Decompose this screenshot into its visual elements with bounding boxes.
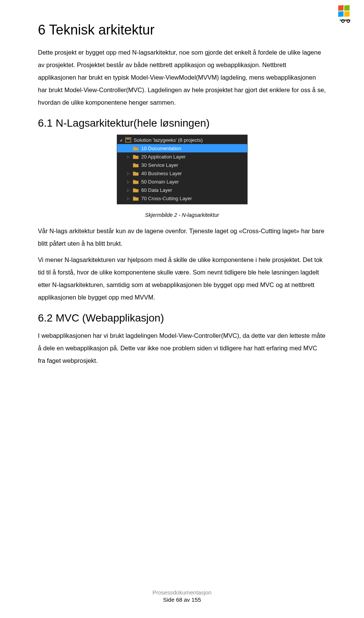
svg-rect-1 <box>126 138 130 140</box>
solution-folder-row[interactable]: 30 Service Layer <box>117 161 247 169</box>
chapter-heading: 6 Teknisk arkitektur <box>38 22 326 38</box>
folder-label: 70 Cross-Cutting Layer <box>141 196 192 201</box>
paragraph-3: Vi mener N-lagsarkitekturen var hjelpsom… <box>38 254 326 304</box>
page-footer: Prosessdokumentasjon Side 68 av 155 <box>0 589 364 603</box>
paragraph-intro: Dette prosjekt er bygget opp med N-lagsa… <box>38 46 326 109</box>
folder-icon <box>132 179 139 185</box>
expand-arrow-icon[interactable] <box>119 138 123 142</box>
expand-arrow-icon[interactable] <box>126 196 131 201</box>
solution-folder-row[interactable]: 70 Cross-Cutting Layer <box>117 194 247 202</box>
solution-label: Solution 'lazygeeks' (8 projects) <box>133 137 203 143</box>
folder-label: 20 Application Layer <box>141 154 186 160</box>
expand-arrow-icon[interactable] <box>126 155 131 159</box>
folder-label: 40 Business Layer <box>141 171 182 176</box>
footer-doc-title: Prosessdokumentasjon <box>0 589 364 596</box>
footer-page-number: Side 68 av 155 <box>0 596 364 603</box>
expand-arrow-icon[interactable] <box>126 188 131 192</box>
solution-explorer-panel: Solution 'lazygeeks' (8 projects) 10 Doc… <box>117 135 248 204</box>
expand-arrow-icon[interactable] <box>126 171 131 176</box>
windows-store-logo-icon <box>337 5 353 20</box>
folder-label: 10 Documentation <box>141 146 182 151</box>
folder-icon <box>132 154 139 160</box>
section-heading-6-1: 6.1 N-Lagsarkitektur(hele løsningen) <box>38 117 326 129</box>
folder-label: 60 Data Layer <box>141 187 173 193</box>
solution-row[interactable]: Solution 'lazygeeks' (8 projects) <box>117 136 247 144</box>
solution-folder-row[interactable]: 60 Data Layer <box>117 186 247 194</box>
solution-icon <box>125 137 132 143</box>
paragraph-2: Vår N-lags arkitektur består kun av de l… <box>38 225 326 250</box>
paragraph-4: I webapplikasjonen har vi brukt lagdelin… <box>38 329 326 367</box>
folder-icon <box>132 195 139 201</box>
solution-folder-row[interactable]: 10 Documentation <box>117 144 247 152</box>
solution-folder-row[interactable]: 40 Business Layer <box>117 169 247 177</box>
folder-icon <box>132 187 139 193</box>
solution-folder-row[interactable]: 50 Domain Layer <box>117 177 247 186</box>
solution-folder-row[interactable]: 20 Application Layer <box>117 152 247 161</box>
folder-label: 50 Domain Layer <box>141 179 179 185</box>
folder-icon <box>132 145 139 151</box>
folder-icon <box>132 162 139 168</box>
screenshot-caption: Skjermbilde 2 - N-lagsarkitektur <box>38 212 326 218</box>
svg-rect-0 <box>126 138 131 142</box>
folder-label: 30 Service Layer <box>141 162 179 168</box>
expand-arrow-icon[interactable] <box>126 180 131 184</box>
section-heading-6-2: 6.2 MVC (Webapplikasjon) <box>38 312 326 324</box>
folder-icon <box>132 170 139 176</box>
